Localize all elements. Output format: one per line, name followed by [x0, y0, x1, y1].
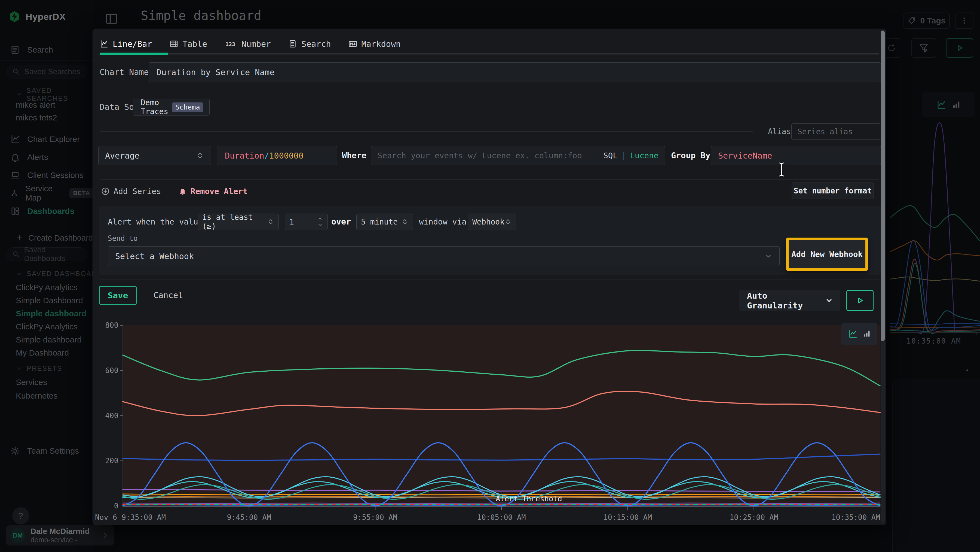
- line-chart-icon[interactable]: [848, 329, 858, 338]
- chevron-down-icon[interactable]: [317, 222, 323, 228]
- schema-badge[interactable]: Schema: [172, 102, 203, 112]
- alias-label: Alias: [768, 123, 791, 140]
- tab-line-bar[interactable]: Line/Bar: [100, 39, 152, 49]
- scrollbar-thumb[interactable]: [881, 30, 885, 341]
- table-icon: [170, 40, 178, 48]
- tab-label: Search: [301, 39, 331, 49]
- alert-threshold-input[interactable]: 1: [285, 214, 328, 230]
- remove-alert-button[interactable]: Remove Alert: [178, 183, 248, 199]
- sql-toggle[interactable]: SQL: [603, 151, 617, 160]
- y-axis-label: 200: [95, 456, 118, 465]
- add-new-webhook-button[interactable]: Add New Webhook: [786, 238, 868, 271]
- over-label: over: [331, 214, 351, 230]
- chart-line-icon: [100, 40, 108, 48]
- x-axis-label: 10:15:00 AM: [584, 513, 671, 522]
- alert-threshold-label: Alert Threshold: [496, 495, 562, 503]
- alert-config-panel: Alert when the value is at least (≥) 1 o…: [99, 206, 882, 274]
- divider: [100, 131, 753, 132]
- app-root: HyperDX Search Saved Searches SAVED SEAR…: [0, 0, 980, 552]
- chevron-up-icon[interactable]: [317, 215, 323, 222]
- tab-table[interactable]: Table: [170, 39, 207, 49]
- chevron-down-icon: [826, 297, 832, 304]
- divider: [100, 279, 879, 280]
- alert-condition-select[interactable]: is at least (≥): [197, 214, 279, 230]
- edit-chart-modal: Line/BarTable123NumberSearchMarkdown Cha…: [92, 29, 886, 525]
- cancel-button[interactable]: Cancel: [154, 286, 183, 305]
- search-placeholder: Search your events w/ Lucene ex. column:…: [377, 151, 582, 160]
- granularity-select[interactable]: Auto Granularity: [739, 290, 840, 311]
- alert-channel-select[interactable]: Webhook: [468, 214, 516, 230]
- circle-plus-icon: [101, 187, 110, 196]
- y-axis-label: 0: [95, 502, 118, 510]
- bell-icon: [178, 187, 187, 195]
- x-axis-label: 10:35:00 AM: [796, 513, 880, 522]
- send-to-label: Send to: [108, 234, 138, 242]
- alias-input[interactable]: Series alias: [791, 123, 881, 140]
- y-axis-label: 800: [95, 321, 118, 329]
- window-via-label: window via: [419, 214, 466, 230]
- chart-plot: Alert Threshold: [123, 324, 880, 509]
- bar-chart-icon[interactable]: [863, 330, 870, 338]
- tab-search[interactable]: Search: [288, 39, 331, 49]
- where-label: Where: [342, 146, 366, 165]
- formula-input[interactable]: Duration/1000000: [217, 146, 337, 165]
- save-button[interactable]: Save: [99, 286, 137, 305]
- scrollbar[interactable]: [881, 30, 885, 523]
- webhook-select[interactable]: Select a Webhook: [108, 246, 780, 266]
- group-by-input[interactable]: ServiceName: [711, 146, 881, 165]
- number-stepper[interactable]: [317, 215, 323, 228]
- svg-text:123: 123: [225, 41, 235, 48]
- chevron-updown-icon: [196, 152, 204, 160]
- tab-divider: [100, 53, 879, 54]
- chart-name-input[interactable]: Duration by Service Name: [149, 62, 881, 82]
- group-by-label: Group By: [671, 146, 711, 165]
- active-tab-indicator: [100, 53, 168, 55]
- tab-number[interactable]: 123Number: [224, 39, 271, 49]
- y-axis-label: 400: [95, 412, 118, 420]
- set-number-format-button[interactable]: Set number format: [792, 183, 874, 199]
- chevron-updown-icon: [267, 218, 274, 225]
- chart-name-label: Chart Name: [100, 62, 149, 82]
- tab-label: Number: [242, 39, 271, 49]
- text-cursor: [778, 161, 786, 177]
- tab-label: Markdown: [361, 39, 401, 49]
- doc-list-icon: [288, 40, 297, 48]
- alert-window-select[interactable]: 5 minute: [356, 214, 413, 230]
- chart-preview: Alert Threshold 8006004002000 Nov 6 9:35…: [93, 314, 886, 526]
- x-axis-label: 10:05:00 AM: [458, 513, 545, 522]
- tab-label: Table: [183, 39, 207, 49]
- chevron-updown-icon: [504, 218, 512, 225]
- data-source-select[interactable]: Demo Traces Schema: [133, 99, 210, 115]
- run-chart-button[interactable]: [846, 290, 873, 311]
- tab-markdown[interactable]: Markdown: [348, 39, 401, 49]
- chart-type-tabs: Line/BarTable123NumberSearchMarkdown: [100, 35, 401, 53]
- num123-icon: 123: [224, 40, 237, 48]
- x-axis-label: 10:25:00 AM: [710, 513, 797, 522]
- chart-type-toggle[interactable]: [842, 322, 877, 345]
- aggregation-select[interactable]: Average: [98, 146, 211, 165]
- divider: [100, 179, 879, 180]
- events-search-input[interactable]: Search your events w/ Lucene ex. column:…: [371, 146, 665, 165]
- x-axis-label: 9:45:00 AM: [205, 513, 293, 522]
- x-axis-label: 9:55:00 AM: [332, 513, 419, 522]
- x-axis-label: Nov 6 9:35:00 AM: [95, 513, 166, 522]
- add-series-button[interactable]: Add Series: [101, 183, 161, 199]
- lucene-toggle[interactable]: Lucene: [630, 151, 659, 160]
- markdown-icon: [348, 40, 357, 48]
- chevron-updown-icon: [401, 218, 408, 225]
- chevron-down-icon: [765, 252, 772, 260]
- tab-label: Line/Bar: [113, 39, 152, 49]
- alert-prefix-label: Alert when the value: [108, 214, 203, 230]
- y-axis-label: 600: [95, 366, 118, 375]
- play-icon: [856, 297, 864, 305]
